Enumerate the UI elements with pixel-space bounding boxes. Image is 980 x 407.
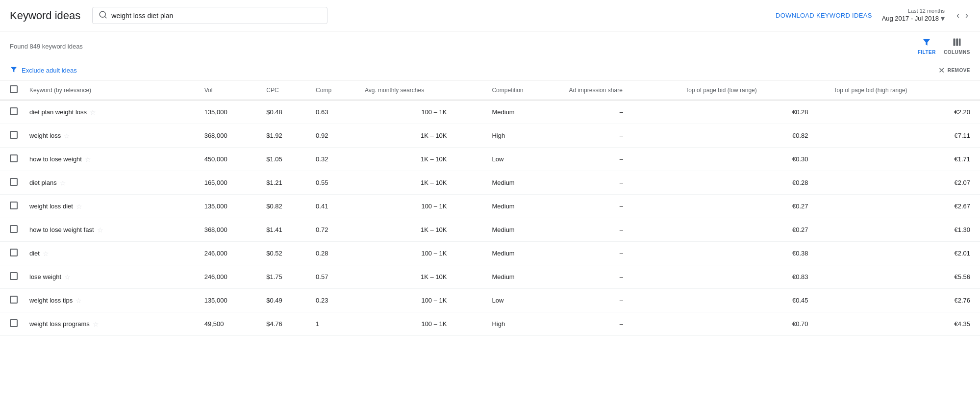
star-icon[interactable]: ☆ [64, 273, 71, 281]
svg-rect-4 [959, 39, 960, 46]
table-row: diet plan weight loss ☆ 135,000 $0.48 0.… [0, 100, 980, 124]
svg-rect-3 [956, 39, 958, 46]
remove-filter-button[interactable]: ✕ REMOVE [938, 66, 970, 75]
keyword-text: weight loss tips [29, 297, 73, 304]
row-checkbox[interactable] [10, 202, 18, 209]
row-cpc: $0.49 [260, 289, 310, 312]
keyword-text: weight loss [29, 132, 61, 139]
row-comp: 0.63 [310, 100, 359, 124]
star-icon[interactable]: ☆ [60, 179, 66, 187]
star-icon[interactable]: ☆ [64, 132, 70, 140]
filter-button[interactable]: FILTER [918, 37, 936, 55]
row-top-bid-low: €0.27 [679, 218, 828, 242]
star-icon[interactable]: ☆ [93, 320, 99, 328]
table-row: weight loss programs ☆ 49,500 $4.76 1 10… [0, 312, 980, 336]
row-competition: Medium [486, 171, 563, 195]
star-icon[interactable]: ☆ [75, 297, 82, 305]
select-all-checkbox[interactable] [10, 85, 18, 93]
row-checkbox[interactable] [10, 131, 18, 139]
keyword-table: Keyword (by relevance) Vol CPC Comp Avg.… [0, 80, 980, 336]
row-ad-impression: – [563, 171, 679, 195]
columns-button[interactable]: COLUMNS [944, 37, 970, 55]
row-competition: Medium [486, 265, 563, 289]
columns-icon [952, 37, 962, 49]
exclude-adult-ideas-tag[interactable]: Exclude adult ideas [22, 67, 77, 74]
row-competition: Medium [486, 100, 563, 124]
row-vol: 450,000 [199, 148, 261, 171]
date-dropdown-icon[interactable]: ▾ [941, 14, 945, 23]
star-icon[interactable]: ☆ [43, 250, 49, 257]
row-checkbox[interactable] [10, 178, 18, 186]
keyword-text: how to lose weight fast [29, 226, 94, 233]
col-keyword: Keyword (by relevance) [24, 80, 199, 100]
row-competition: High [486, 312, 563, 336]
row-avg-monthly: 100 – 1K [359, 100, 486, 124]
sub-header: Found 849 keyword ideas FILTER COLUMNS [0, 31, 980, 61]
row-cpc: $1.41 [260, 218, 310, 242]
svg-line-1 [105, 16, 106, 18]
row-cpc: $1.05 [260, 148, 310, 171]
row-top-bid-high: €2.01 [828, 242, 980, 265]
search-bar [92, 7, 327, 24]
row-checkbox[interactable] [10, 272, 18, 280]
col-ad-impression: Ad impression share [563, 80, 679, 100]
star-icon[interactable]: ☆ [76, 203, 82, 210]
table-row: how to lose weight fast ☆ 368,000 $1.41 … [0, 218, 980, 242]
star-icon[interactable]: ☆ [85, 155, 91, 163]
row-ad-impression: – [563, 100, 679, 124]
row-top-bid-low: €0.28 [679, 100, 828, 124]
table-row: weight loss diet ☆ 135,000 $0.82 0.41 10… [0, 195, 980, 218]
row-keyword: lose weight ☆ [24, 265, 199, 289]
svg-rect-2 [953, 39, 955, 46]
row-vol: 246,000 [199, 242, 261, 265]
select-all-col [0, 80, 24, 100]
row-checkbox[interactable] [10, 319, 18, 327]
row-vol: 135,000 [199, 195, 261, 218]
row-vol: 368,000 [199, 218, 261, 242]
row-checkbox-cell [0, 289, 24, 312]
row-comp: 0.23 [310, 289, 359, 312]
row-competition: Medium [486, 218, 563, 242]
row-competition: Medium [486, 195, 563, 218]
row-checkbox[interactable] [10, 154, 18, 162]
row-top-bid-high: €4.35 [828, 312, 980, 336]
table-row: diet ☆ 246,000 $0.52 0.28 100 – 1K Mediu… [0, 242, 980, 265]
row-keyword: weight loss ☆ [24, 124, 199, 148]
row-competition: High [486, 124, 563, 148]
row-cpc: $0.52 [260, 242, 310, 265]
table-row: weight loss ☆ 368,000 $1.92 0.92 1K – 10… [0, 124, 980, 148]
row-comp: 1 [310, 312, 359, 336]
row-checkbox[interactable] [10, 107, 18, 115]
row-top-bid-high: €1.30 [828, 218, 980, 242]
row-ad-impression: – [563, 265, 679, 289]
next-arrow[interactable]: › [963, 9, 970, 22]
star-icon[interactable]: ☆ [97, 226, 103, 234]
row-avg-monthly: 100 – 1K [359, 242, 486, 265]
prev-arrow[interactable]: ‹ [955, 9, 961, 22]
row-top-bid-low: €0.45 [679, 289, 828, 312]
row-competition: Low [486, 148, 563, 171]
row-competition: Low [486, 289, 563, 312]
row-keyword: diet plan weight loss ☆ [24, 100, 199, 124]
star-icon[interactable]: ☆ [90, 108, 96, 116]
row-avg-monthly: 100 – 1K [359, 312, 486, 336]
nav-arrows: ‹ › [955, 9, 970, 22]
row-top-bid-low: €0.83 [679, 265, 828, 289]
row-keyword: weight loss diet ☆ [24, 195, 199, 218]
row-checkbox[interactable] [10, 225, 18, 233]
row-vol: 49,500 [199, 312, 261, 336]
row-top-bid-low: €0.82 [679, 124, 828, 148]
close-icon: ✕ [938, 66, 945, 75]
date-label: Last 12 months [908, 8, 945, 14]
download-keyword-ideas-link[interactable]: DOWNLOAD KEYWORD IDEAS [776, 12, 872, 19]
found-text: Found 849 keyword ideas [10, 43, 83, 50]
row-checkbox[interactable] [10, 249, 18, 256]
search-input[interactable] [111, 12, 321, 20]
row-checkbox[interactable] [10, 296, 18, 304]
row-top-bid-high: €7.11 [828, 124, 980, 148]
row-keyword: weight loss tips ☆ [24, 289, 199, 312]
row-avg-monthly: 1K – 10K [359, 265, 486, 289]
row-top-bid-high: €2.20 [828, 100, 980, 124]
col-comp: Comp [310, 80, 359, 100]
row-checkbox-cell [0, 100, 24, 124]
